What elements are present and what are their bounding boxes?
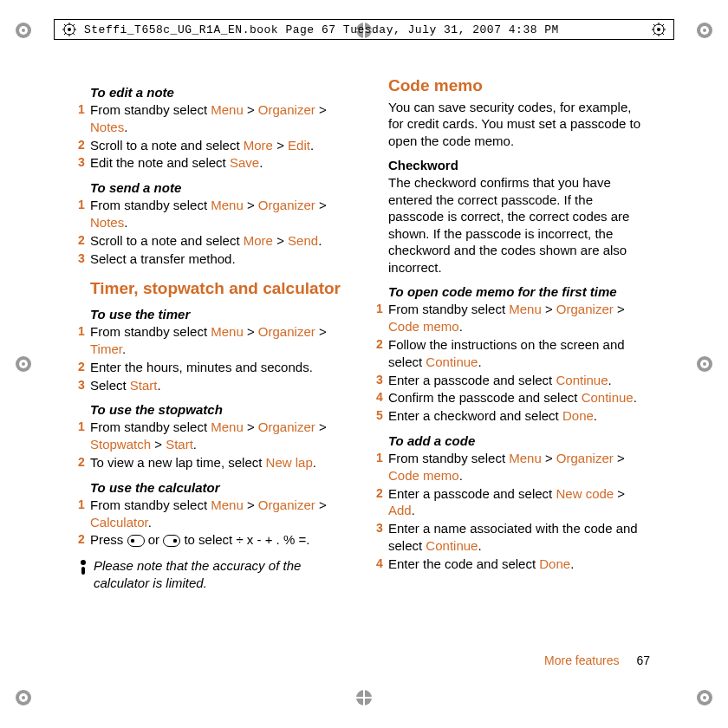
crop-mark-icon — [10, 351, 36, 377]
step: Enter a passcode and select New code > A… — [376, 485, 650, 520]
column-right: Code memo You can save security codes, f… — [376, 76, 650, 667]
crop-mark-icon — [10, 17, 36, 43]
nav-left-icon — [127, 535, 145, 547]
subhead-timer: To use the timer — [90, 307, 352, 322]
step: From standby select Menu > Organizer > T… — [78, 323, 352, 358]
crop-mark-icon — [10, 685, 36, 711]
note-text: Please note that the accuracy of the cal… — [94, 557, 352, 591]
subhead-calculator: To use the calculator — [90, 480, 352, 495]
svg-point-25 — [68, 28, 71, 31]
steps-stopwatch: From standby select Menu > Organizer > S… — [78, 419, 352, 471]
step: Enter a name associated with the code an… — [376, 520, 650, 555]
subhead-add-code: To add a code — [388, 433, 650, 448]
step: Enter a checkword and select Done. — [376, 407, 650, 425]
code-memo-intro: You can save security codes, for example… — [388, 99, 650, 150]
svg-line-33 — [73, 24, 75, 26]
header-text: Steffi_T658c_UG_R1A_EN.book Page 67 Tues… — [84, 23, 559, 36]
crop-mark-icon — [351, 685, 377, 711]
svg-point-2 — [22, 29, 25, 32]
svg-point-5 — [703, 29, 706, 32]
gear-icon — [62, 22, 77, 37]
svg-line-43 — [662, 24, 664, 26]
step: Follow the instructions on the screen an… — [376, 336, 650, 371]
svg-rect-44 — [127, 536, 144, 547]
step: Press or to select ÷ x - + . % =. — [78, 531, 352, 549]
calculator-accuracy-note: Please note that the accuracy of the cal… — [78, 557, 352, 591]
svg-rect-46 — [164, 536, 180, 547]
svg-point-8 — [22, 696, 25, 699]
steps-calculator: From standby select Menu > Organizer > C… — [78, 497, 352, 549]
step: From standby select Menu > Organizer > N… — [78, 101, 352, 136]
info-icon — [78, 559, 88, 579]
svg-line-31 — [73, 33, 75, 35]
step: Confirm the passcode and select Continue… — [376, 389, 650, 406]
svg-line-32 — [64, 33, 66, 35]
steps-edit-note: From standby select Menu > Organizer > N… — [78, 101, 352, 172]
crop-mark-icon — [692, 17, 718, 43]
step: Enter the hours, minutes and seconds. — [78, 359, 352, 376]
step: Enter a passcode and select Continue. — [376, 372, 650, 389]
gear-icon — [651, 22, 666, 37]
step: Edit the note and select Save. — [78, 154, 352, 172]
nav-right-icon — [163, 535, 180, 547]
steps-send-note: From standby select Menu > Organizer > N… — [78, 197, 352, 267]
svg-point-17 — [703, 362, 706, 366]
footer-section-label: More features — [544, 653, 619, 667]
section-timer-stopwatch-calc: Timer, stopwatch and calculator — [90, 279, 352, 298]
svg-point-47 — [173, 539, 177, 543]
subhead-edit-note: To edit a note — [90, 85, 352, 100]
svg-line-41 — [662, 33, 664, 35]
svg-point-14 — [22, 362, 25, 366]
section-code-memo: Code memo — [388, 76, 650, 95]
steps-open-code-memo: From standby select Menu > Organizer > C… — [376, 301, 650, 425]
svg-point-35 — [657, 28, 660, 31]
svg-rect-49 — [81, 567, 85, 575]
crop-mark-icon — [692, 351, 718, 377]
svg-line-30 — [64, 24, 66, 26]
step: Select a transfer method. — [78, 250, 352, 268]
step: Select Start. — [78, 377, 352, 394]
crop-mark-icon — [692, 685, 718, 711]
subhead-stopwatch: To use the stopwatch — [90, 402, 352, 417]
subhead-open-code-memo: To open code memo for the first time — [388, 284, 650, 299]
checkword-body: The checkword confirms that you have ent… — [388, 174, 650, 276]
step: From standby select Menu > Organizer > N… — [78, 197, 352, 231]
svg-line-42 — [653, 33, 655, 35]
svg-point-48 — [81, 560, 86, 565]
step: Scroll to a note and select More > Edit. — [78, 137, 352, 154]
steps-timer: From standby select Menu > Organizer > T… — [78, 323, 352, 393]
svg-line-40 — [653, 24, 655, 26]
subhead-send-note: To send a note — [90, 180, 352, 195]
page-footer: More features67 — [544, 653, 650, 667]
step: Enter the code and select Done. — [376, 556, 650, 573]
page-content: To edit a note From standby select Menu … — [78, 76, 650, 667]
step: From standby select Menu > Organizer > S… — [78, 419, 352, 453]
step: From standby select Menu > Organizer > C… — [78, 497, 352, 531]
step: From standby select Menu > Organizer > C… — [376, 450, 650, 484]
svg-point-11 — [703, 696, 706, 699]
column-left: To edit a note From standby select Menu … — [78, 76, 352, 667]
framemaker-header: Steffi_T658c_UG_R1A_EN.book Page 67 Tues… — [54, 19, 674, 40]
page-number: 67 — [636, 653, 650, 667]
steps-add-code: From standby select Menu > Organizer > C… — [376, 450, 650, 573]
step: From standby select Menu > Organizer > C… — [376, 301, 650, 335]
step: Scroll to a note and select More > Send. — [78, 232, 352, 250]
step: To view a new lap time, select New lap. — [78, 454, 352, 471]
svg-point-45 — [130, 539, 133, 543]
checkword-heading: Checkword — [388, 158, 650, 172]
